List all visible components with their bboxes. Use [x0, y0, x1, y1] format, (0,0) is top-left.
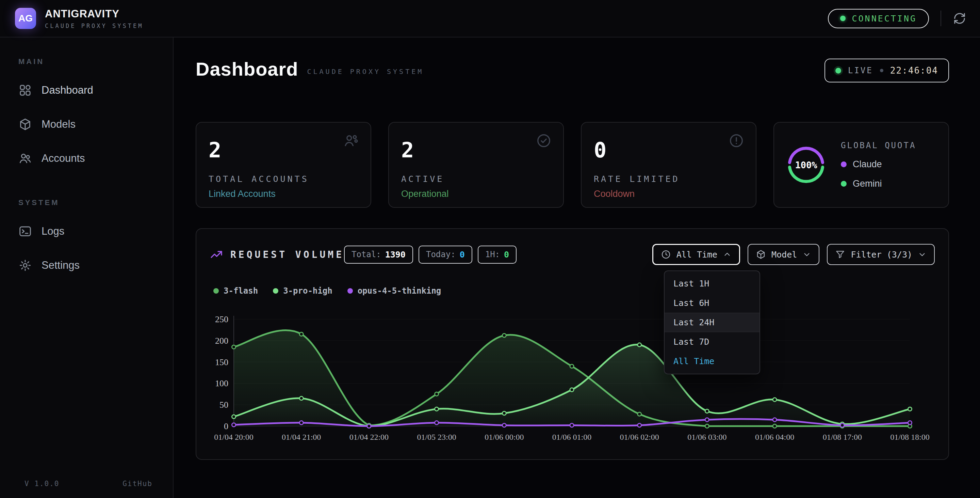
terminal-icon: [18, 225, 32, 238]
sidebar-spacer: [10, 180, 163, 198]
line-chart: 05010015020025001/04 20:0001/04 21:0001/…: [210, 312, 936, 448]
sidebar-item-label: Logs: [41, 225, 64, 238]
quota-item-gemini: Gemini: [841, 179, 916, 189]
stat-value: 0: [594, 137, 743, 163]
sidebar-item-models[interactable]: Models: [10, 112, 163, 137]
stat-card-rate-limited: 0 RATE LIMITED Cooldown: [581, 122, 756, 208]
page-title-row: Dashboard CLAUDE PROXY SYSTEM LIVE 22:46…: [196, 58, 949, 83]
connection-status-label: CONNECTING: [852, 14, 917, 24]
github-link[interactable]: GitHub: [123, 480, 153, 488]
pill-value: 0: [460, 250, 465, 260]
cube-icon: [18, 118, 32, 131]
gear-icon: [18, 259, 32, 272]
button-label: Filter (3/3): [851, 250, 912, 260]
top-header: AG ANTIGRAVITY CLAUDE PROXY SYSTEM CONNE…: [0, 0, 980, 37]
chart-title: REQUEST VOLUME: [231, 249, 344, 260]
svg-text:0: 0: [224, 421, 228, 431]
svg-text:01/08 18:00: 01/08 18:00: [890, 433, 929, 441]
grid-icon: [18, 83, 32, 97]
gemini-dot-icon: [841, 181, 846, 187]
stat-label: ACTIVE: [401, 174, 551, 184]
status-dot-icon: [840, 16, 846, 21]
legend-dot-icon: [347, 288, 353, 294]
sidebar-item-label: Settings: [41, 259, 80, 271]
topbar-right: CONNECTING: [828, 9, 966, 28]
sidebar-item-label: Models: [41, 118, 76, 131]
version-label: V 1.0.0: [24, 480, 60, 488]
dropdown-item-last-6h[interactable]: Last 6H: [665, 293, 759, 313]
stat-value: 2: [208, 137, 358, 163]
quota-percent: 100%: [786, 145, 826, 185]
svg-text:01/04 21:00: 01/04 21:00: [282, 433, 321, 441]
model-filter-button[interactable]: Model: [748, 244, 819, 265]
total-requests-pill: Total: 1390: [344, 246, 413, 263]
quota-label: GLOBAL QUOTA: [841, 140, 916, 150]
svg-text:01/04 20:00: 01/04 20:00: [214, 433, 253, 441]
time-range-dropdown: Last 1H Last 6H Last 24H Last 7D All Tim…: [664, 270, 760, 374]
app-name: ANTIGRAVITY: [45, 8, 143, 20]
live-dot-icon: [835, 68, 841, 73]
today-requests-pill: Today: 0: [418, 246, 472, 263]
sidebar-item-label: Dashboard: [41, 84, 93, 96]
clock-icon: [661, 249, 671, 260]
legend-label: 3-pro-high: [283, 286, 332, 296]
chart-controls: All Time Model: [652, 244, 935, 265]
page-subtitle: CLAUDE PROXY SYSTEM: [307, 67, 424, 76]
alert-circle-icon: [729, 133, 744, 148]
sidebar-footer: V 1.0.0 GitHub: [24, 480, 153, 488]
line-chart-svg: 05010015020025001/04 20:0001/04 21:0001/…: [210, 312, 936, 448]
app-logo-text: AG: [18, 13, 33, 24]
sidebar-item-settings[interactable]: Settings: [10, 253, 163, 278]
dropdown-item-last-7d[interactable]: Last 7D: [665, 332, 759, 351]
chevron-up-icon: [723, 250, 732, 259]
sidebar-item-dashboard[interactable]: Dashboard: [10, 78, 163, 103]
app-root: AG ANTIGRAVITY CLAUDE PROXY SYSTEM CONNE…: [0, 0, 980, 498]
app-logo: AG: [15, 8, 36, 29]
pill-value: 1390: [385, 250, 406, 260]
svg-text:01/06 03:00: 01/06 03:00: [687, 433, 727, 441]
dot-separator-icon: [880, 69, 883, 72]
button-label: All Time: [676, 250, 717, 260]
quota-item-claude: Claude: [841, 159, 916, 170]
svg-text:150: 150: [215, 358, 228, 367]
stat-value: 2: [401, 137, 551, 163]
refresh-icon: [953, 12, 966, 25]
stat-cards-row: 2 TOTAL ACCOUNTS Linked Accounts 2 ACTIV…: [196, 122, 949, 208]
app-subtitle: CLAUDE PROXY SYSTEM: [45, 22, 143, 29]
chart-legend: 3-flash 3-pro-high opus-4-5-thinking: [213, 286, 948, 296]
request-volume-card: REQUEST VOLUME Total: 1390 Today: 0 1H: …: [196, 228, 949, 460]
stat-card-total-accounts: 2 TOTAL ACCOUNTS Linked Accounts: [196, 122, 371, 208]
svg-text:100: 100: [215, 378, 228, 388]
dropdown-item-all-time[interactable]: All Time: [665, 351, 759, 371]
users-icon: [18, 152, 32, 165]
legend-item-3-flash: 3-flash: [213, 286, 258, 296]
svg-text:01/06 02:00: 01/06 02:00: [620, 433, 659, 441]
legend-item-3-pro-high: 3-pro-high: [273, 286, 332, 296]
live-status-badge: LIVE 22:46:04: [824, 59, 949, 83]
header-divider: [940, 11, 941, 26]
stat-card-active: 2 ACTIVE Operational: [388, 122, 564, 208]
chart-header: REQUEST VOLUME Total: 1390 Today: 0 1H: …: [196, 229, 948, 265]
filter-button[interactable]: Filter (3/3): [827, 244, 935, 265]
time-range-button[interactable]: All Time: [652, 244, 740, 265]
stat-sublabel: Operational: [401, 189, 551, 199]
dropdown-item-last-1h[interactable]: Last 1H: [665, 274, 759, 293]
pill-value: 0: [504, 250, 509, 260]
chevron-down-icon: [918, 250, 927, 259]
sidebar-item-label: Accounts: [41, 152, 85, 164]
main-content: Dashboard CLAUDE PROXY SYSTEM LIVE 22:46…: [173, 37, 980, 498]
box-icon: [756, 249, 766, 260]
svg-text:250: 250: [215, 314, 228, 324]
legend-label: opus-4-5-thinking: [358, 286, 441, 296]
sidebar-item-accounts[interactable]: Accounts: [10, 146, 163, 171]
sidebar-section-system: SYSTEM: [18, 198, 163, 207]
sidebar-item-logs[interactable]: Logs: [10, 219, 163, 244]
hour-requests-pill: 1H: 0: [478, 246, 517, 263]
legend-dot-icon: [213, 288, 219, 294]
refresh-button[interactable]: [953, 11, 966, 25]
users-icon: [343, 133, 359, 148]
dropdown-item-last-24h[interactable]: Last 24H: [665, 313, 759, 332]
svg-text:50: 50: [220, 400, 228, 410]
app-identity: ANTIGRAVITY CLAUDE PROXY SYSTEM: [45, 8, 143, 29]
live-clock: 22:46:04: [890, 65, 938, 76]
